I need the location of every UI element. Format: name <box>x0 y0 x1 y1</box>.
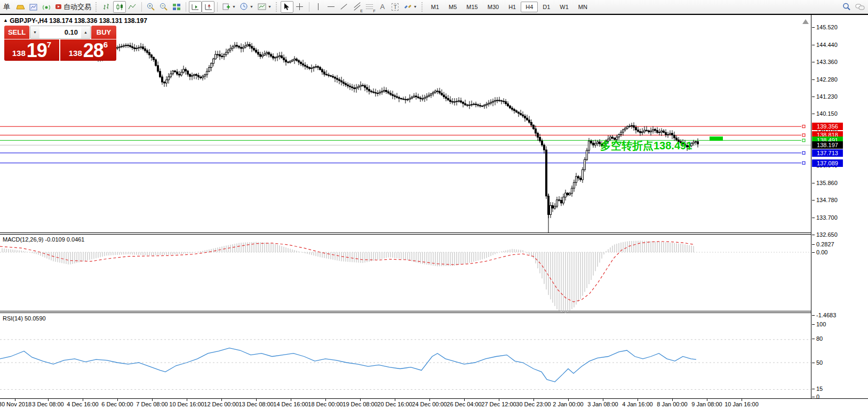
timeframe-button-M30[interactable]: M30 <box>483 2 504 12</box>
pivot-annotation-text[interactable]: 多空转折点138.491 <box>600 139 692 153</box>
search-button[interactable] <box>840 1 853 13</box>
time-axis-label: 10 Dec 16:00 <box>169 401 204 407</box>
gold-bar-button[interactable] <box>14 1 27 13</box>
candle <box>147 51 148 53</box>
text-button[interactable]: A <box>376 1 389 13</box>
equidistant-channel-button[interactable]: E <box>351 1 363 13</box>
fibonacci-button[interactable]: F <box>363 1 376 13</box>
chart-shift-button[interactable] <box>202 1 214 13</box>
time-axis-label: 2 Jan 00:00 <box>553 401 584 407</box>
price-axis-label: 145.520 <box>816 24 838 30</box>
autotrade-button[interactable]: 自动交易 <box>53 1 93 13</box>
candle <box>659 132 660 133</box>
price-axis[interactable]: 145.520144.440143.360142.280141.230140.1… <box>811 15 868 398</box>
timeframe-button-H4[interactable]: H4 <box>521 2 538 12</box>
candle <box>209 68 210 71</box>
chart-window-icon <box>29 3 38 11</box>
periods-button[interactable]: ▼ <box>238 1 256 13</box>
candle <box>588 141 590 150</box>
candle <box>672 133 673 135</box>
candle <box>166 80 168 83</box>
candle <box>377 93 379 94</box>
timeframe-button-H1[interactable]: H1 <box>504 2 521 12</box>
zoom-out-button[interactable] <box>157 1 170 13</box>
sell-button[interactable]: SELL <box>4 26 29 39</box>
trendline-button[interactable] <box>338 1 351 13</box>
candle <box>527 118 528 120</box>
candle <box>170 74 172 76</box>
candle <box>471 105 473 105</box>
time-axis-label: 8 Jan 00:00 <box>657 401 688 407</box>
line-chart-type-button[interactable] <box>126 1 139 13</box>
volume-input[interactable] <box>39 26 81 38</box>
crosshair-button[interactable] <box>293 1 306 13</box>
signals-button[interactable] <box>40 1 53 13</box>
price-chart-canvas[interactable] <box>0 15 811 235</box>
candle <box>119 47 121 47</box>
new-chart-window-button[interactable] <box>27 1 40 13</box>
chat-button[interactable] <box>853 1 867 13</box>
hline-end-marker <box>802 125 805 128</box>
volume-increase-button[interactable]: ▲ <box>81 26 90 38</box>
candle <box>251 46 253 49</box>
rsi-indicator-label: RSI(14) 50.0590 <box>3 315 46 322</box>
candle <box>128 45 129 46</box>
tile-windows-button[interactable] <box>170 1 183 13</box>
time-axis-label: 9 Jan 08:00 <box>691 401 722 407</box>
auto-scroll-button[interactable] <box>189 1 202 13</box>
bar-chart-type-button[interactable] <box>100 1 113 13</box>
time-axis-label: 19 Dec 08:00 <box>343 401 377 407</box>
rsi-panel-canvas[interactable] <box>0 314 811 398</box>
timeframe-button-M1[interactable]: M1 <box>426 2 444 12</box>
collapse-triangle-icon[interactable]: ▲ <box>3 18 8 23</box>
arrows-button[interactable]: ▼ <box>402 1 419 13</box>
candle <box>198 75 200 77</box>
sell-quote[interactable]: 138 19 7 <box>4 39 59 61</box>
zoom-in-button[interactable] <box>145 1 157 13</box>
cursor-button[interactable] <box>281 1 293 13</box>
macd-axis-label: 0.2827 <box>816 241 834 247</box>
candle <box>618 134 620 137</box>
volume-decrease-button[interactable]: ▼ <box>30 26 39 38</box>
time-axis-label: 7 Dec 08:00 <box>136 401 168 407</box>
horizontal-line-button[interactable] <box>325 1 338 13</box>
candle <box>388 92 389 93</box>
candle <box>409 98 411 99</box>
candle <box>458 101 460 101</box>
buy-quote[interactable]: 138 28 6 <box>60 39 116 61</box>
candle <box>644 130 646 132</box>
candle <box>234 45 236 47</box>
candle <box>256 50 257 52</box>
trendline-icon <box>341 4 347 9</box>
timeframe-button-W1[interactable]: W1 <box>555 2 574 12</box>
candle <box>507 104 509 106</box>
timeframe-button-M5[interactable]: M5 <box>444 2 461 12</box>
green-highlight-segment[interactable] <box>710 137 723 141</box>
cursor-icon <box>283 3 290 11</box>
dropdown-arrow-icon: ▼ <box>413 5 417 9</box>
candle <box>454 102 456 102</box>
candle <box>313 67 315 68</box>
candle <box>187 71 189 74</box>
new-order-button[interactable]: 单 <box>1 1 14 13</box>
candle <box>215 54 217 59</box>
auto-scroll-icon <box>191 3 200 11</box>
candle <box>394 95 396 97</box>
macd-axis-label: -1.4683 <box>816 312 836 318</box>
timeframe-button-MN[interactable]: MN <box>574 2 592 12</box>
scroll-to-end-marker[interactable] <box>802 19 809 24</box>
indicators-button[interactable]: ▼ <box>220 1 238 13</box>
timeframe-button-M15[interactable]: M15 <box>461 2 482 12</box>
candle <box>132 46 133 47</box>
buy-button[interactable]: BUY <box>91 26 116 39</box>
timeframe-button-D1[interactable]: D1 <box>538 2 555 12</box>
time-axis-label: 3 Jan 08:00 <box>587 401 618 407</box>
candle <box>469 105 471 106</box>
time-axis-label: 13 Dec 08:00 <box>238 401 273 407</box>
templates-button[interactable]: ▼ <box>256 1 274 13</box>
macd-panel-canvas[interactable] <box>0 235 811 313</box>
candlestick-chart-type-button[interactable] <box>113 1 126 13</box>
text-label-button[interactable]: T <box>389 1 402 13</box>
vertical-line-button[interactable] <box>312 1 325 13</box>
time-axis[interactable]: 30 Nov 20183 Dec 08:004 Dec 16:006 Dec 0… <box>0 398 868 408</box>
